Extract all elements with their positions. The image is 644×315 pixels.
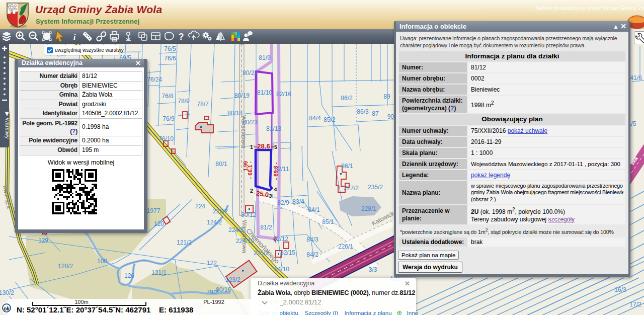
svg-text:80/22: 80/22 bbox=[243, 69, 258, 76]
svg-text:82/9: 82/9 bbox=[277, 199, 289, 206]
svg-text:121/1: 121/1 bbox=[151, 269, 167, 276]
svg-text:80/1: 80/1 bbox=[215, 161, 227, 168]
svg-text:76/8: 76/8 bbox=[162, 93, 174, 100]
svg-text:80/16: 80/16 bbox=[216, 286, 231, 293]
svg-text:- 69.3 -: - 69.3 - bbox=[273, 162, 279, 180]
svg-text:84/1: 84/1 bbox=[308, 206, 320, 213]
svg-text:224/8: 224/8 bbox=[228, 226, 244, 233]
svg-text:76/24: 76/24 bbox=[147, 76, 162, 83]
svg-text:84/4: 84/4 bbox=[309, 115, 321, 122]
svg-text:86/2: 86/2 bbox=[341, 95, 353, 102]
svg-text:76/5: 76/5 bbox=[164, 45, 176, 52]
svg-text:2: 2 bbox=[250, 188, 253, 194]
svg-text:41/6: 41/6 bbox=[630, 74, 642, 82]
svg-text:123/2: 123/2 bbox=[225, 276, 240, 283]
svg-text:121/2: 121/2 bbox=[177, 239, 192, 246]
svg-text:1977: 1977 bbox=[147, 207, 160, 214]
svg-text:227/2: 227/2 bbox=[344, 185, 359, 192]
svg-text:84/10: 84/10 bbox=[274, 266, 289, 273]
svg-text:82/15: 82/15 bbox=[280, 249, 295, 256]
svg-text:129: 129 bbox=[38, 237, 48, 244]
svg-text:N: 52°01´12.1˝E: 20°37´54.5˝N:: N: 52°01´12.1˝E: 20°37´54.5˝N: 462791 E:… bbox=[17, 305, 193, 314]
svg-text:Warsztatowa: Warsztatowa bbox=[242, 220, 248, 254]
svg-text:126: 126 bbox=[124, 272, 134, 279]
svg-text:76/6: 76/6 bbox=[164, 55, 176, 62]
svg-text:80/23: 80/23 bbox=[243, 119, 258, 126]
svg-text:80/19: 80/19 bbox=[234, 92, 250, 99]
svg-text:?: ? bbox=[179, 32, 184, 42]
svg-text:81/2: 81/2 bbox=[260, 224, 272, 231]
svg-text:78/7: 78/7 bbox=[197, 101, 209, 108]
svg-text:81/9: 81/9 bbox=[259, 54, 271, 61]
svg-text:78/9: 78/9 bbox=[178, 98, 190, 105]
svg-text:i: i bbox=[73, 32, 76, 42]
svg-text:76/10: 76/10 bbox=[158, 135, 174, 142]
svg-text:86/3: 86/3 bbox=[357, 108, 369, 115]
svg-text:86/1: 86/1 bbox=[341, 163, 353, 170]
svg-text:225/2: 225/2 bbox=[254, 250, 269, 257]
svg-text:224/10: 224/10 bbox=[236, 238, 255, 245]
svg-text:PL-1992: PL-1992 bbox=[203, 299, 224, 305]
svg-text:100: 100 bbox=[97, 258, 107, 265]
svg-text:235/2: 235/2 bbox=[368, 184, 383, 191]
svg-text:100m: 100m bbox=[74, 299, 89, 305]
svg-text:81/13: 81/13 bbox=[266, 125, 281, 132]
svg-text:1: 1 bbox=[250, 144, 253, 150]
svg-text:87: 87 bbox=[372, 110, 379, 117]
svg-text:-6: -6 bbox=[273, 237, 277, 242]
svg-text:80/12: 80/12 bbox=[241, 211, 256, 218]
svg-text:3/3: 3/3 bbox=[369, 266, 377, 273]
svg-text:130/2: 130/2 bbox=[0, 289, 14, 296]
svg-text:83/4: 83/4 bbox=[292, 198, 304, 205]
svg-text:1.99: 1.99 bbox=[243, 161, 249, 171]
svg-text:228/1: 228/1 bbox=[361, 205, 376, 212]
svg-text:120: 120 bbox=[154, 220, 164, 227]
svg-text:223/2: 223/2 bbox=[213, 208, 228, 215]
svg-text:80/18: 80/18 bbox=[227, 110, 243, 117]
svg-text:28.6: 28.6 bbox=[257, 142, 270, 150]
svg-text:84/3: 84/3 bbox=[306, 236, 318, 243]
svg-text:17/2: 17/2 bbox=[629, 301, 641, 308]
svg-text:89: 89 bbox=[383, 93, 390, 100]
svg-text:85/1: 85/1 bbox=[322, 218, 334, 225]
svg-text:16/3: 16/3 bbox=[614, 286, 626, 293]
svg-text:85/2: 85/2 bbox=[324, 116, 336, 123]
svg-text:76/9: 76/9 bbox=[163, 115, 175, 122]
svg-text:82/16: 82/16 bbox=[276, 91, 291, 98]
svg-text:5: 5 bbox=[274, 144, 277, 150]
svg-text:224: 224 bbox=[195, 203, 205, 210]
svg-text:226/1: 226/1 bbox=[338, 243, 353, 250]
svg-text:▶ Warstwy: ▶ Warstwy bbox=[5, 112, 9, 139]
svg-text:128/2: 128/2 bbox=[58, 263, 73, 270]
svg-text:124/2: 124/2 bbox=[207, 219, 222, 226]
svg-text:122: 122 bbox=[207, 260, 217, 267]
svg-text:84/2: 84/2 bbox=[306, 251, 318, 258]
svg-text:81/10: 81/10 bbox=[257, 89, 272, 96]
